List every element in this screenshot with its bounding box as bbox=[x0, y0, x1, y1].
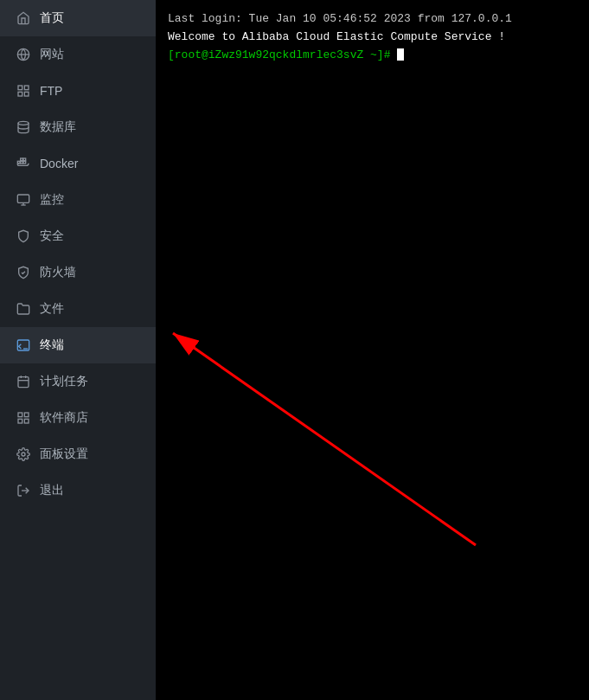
sidebar: 首页网站FTP数据库Docker监控安全防火墙文件终端计划任务软件商店面板设置退… bbox=[0, 0, 156, 700]
sidebar-item-home[interactable]: 首页 bbox=[0, 0, 156, 36]
sidebar-item-cron[interactable]: 计划任务 bbox=[0, 363, 156, 400]
sidebar-label-docker: Docker bbox=[40, 157, 78, 170]
appstore-icon bbox=[16, 410, 31, 426]
sidebar-label-security: 安全 bbox=[40, 228, 64, 244]
settings-icon bbox=[16, 446, 31, 462]
sidebar-label-files: 文件 bbox=[40, 301, 64, 317]
svg-rect-17 bbox=[18, 377, 29, 388]
sidebar-label-database: 数据库 bbox=[40, 119, 76, 135]
sidebar-item-logout[interactable]: 退出 bbox=[0, 472, 156, 509]
logout-icon bbox=[16, 483, 31, 498]
svg-point-6 bbox=[18, 121, 29, 125]
arrow-annotation bbox=[156, 0, 589, 700]
ftp-icon bbox=[16, 83, 31, 99]
sidebar-label-home: 首页 bbox=[40, 10, 64, 26]
sidebar-label-appstore: 软件商店 bbox=[40, 410, 88, 426]
svg-line-28 bbox=[173, 333, 476, 545]
website-icon bbox=[16, 47, 31, 62]
terminal-line: Welcome to Alibaba Cloud Elastic Compute… bbox=[168, 29, 577, 47]
sidebar-item-firewall[interactable]: 防火墙 bbox=[0, 254, 156, 291]
sidebar-item-docker[interactable]: Docker bbox=[0, 145, 156, 182]
svg-rect-10 bbox=[21, 158, 23, 161]
firewall-icon bbox=[16, 265, 31, 280]
sidebar-label-website: 网站 bbox=[40, 47, 64, 62]
svg-rect-9 bbox=[23, 161, 26, 164]
home-icon bbox=[16, 10, 31, 26]
svg-point-25 bbox=[22, 453, 25, 456]
svg-rect-12 bbox=[17, 195, 29, 202]
sidebar-label-monitor: 监控 bbox=[40, 192, 64, 208]
sidebar-item-database[interactable]: 数据库 bbox=[0, 109, 156, 145]
sidebar-item-appstore[interactable]: 软件商店 bbox=[0, 400, 156, 436]
terminal-cursor bbox=[397, 48, 404, 61]
database-icon bbox=[16, 119, 31, 135]
terminal-area[interactable]: Last login: Tue Jan 10 05:46:52 2023 fro… bbox=[156, 0, 589, 700]
docker-icon bbox=[16, 156, 31, 171]
svg-rect-3 bbox=[24, 86, 29, 90]
terminal-icon bbox=[16, 337, 31, 353]
sidebar-item-security[interactable]: 安全 bbox=[0, 218, 156, 254]
security-icon bbox=[16, 228, 31, 244]
sidebar-label-terminal: 终端 bbox=[40, 337, 64, 353]
sidebar-item-files[interactable]: 文件 bbox=[0, 291, 156, 327]
sidebar-item-monitor[interactable]: 监控 bbox=[0, 182, 156, 218]
svg-rect-22 bbox=[24, 413, 29, 417]
sidebar-item-terminal[interactable]: 终端 bbox=[0, 327, 156, 363]
svg-rect-21 bbox=[18, 413, 22, 417]
terminal-line: [root@iZwz91w92qckdlmrlec3svZ ~]# bbox=[168, 47, 577, 65]
svg-rect-2 bbox=[18, 86, 22, 90]
cron-icon bbox=[16, 374, 31, 389]
sidebar-item-website[interactable]: 网站 bbox=[0, 36, 156, 73]
svg-rect-5 bbox=[18, 92, 22, 96]
svg-rect-24 bbox=[18, 419, 22, 423]
sidebar-label-ftp: FTP bbox=[40, 84, 62, 98]
sidebar-label-cron: 计划任务 bbox=[40, 374, 88, 389]
svg-rect-11 bbox=[23, 158, 26, 161]
monitor-icon bbox=[16, 192, 31, 208]
sidebar-item-ftp[interactable]: FTP bbox=[0, 73, 156, 109]
files-icon bbox=[16, 301, 31, 317]
sidebar-item-settings[interactable]: 面板设置 bbox=[0, 436, 156, 472]
sidebar-label-logout: 退出 bbox=[40, 483, 64, 498]
svg-rect-23 bbox=[24, 419, 29, 423]
sidebar-label-firewall: 防火墙 bbox=[40, 265, 76, 280]
svg-rect-8 bbox=[21, 161, 23, 164]
terminal-line: Last login: Tue Jan 10 05:46:52 2023 fro… bbox=[168, 10, 577, 29]
sidebar-label-settings: 面板设置 bbox=[40, 446, 88, 462]
svg-rect-4 bbox=[24, 92, 29, 96]
